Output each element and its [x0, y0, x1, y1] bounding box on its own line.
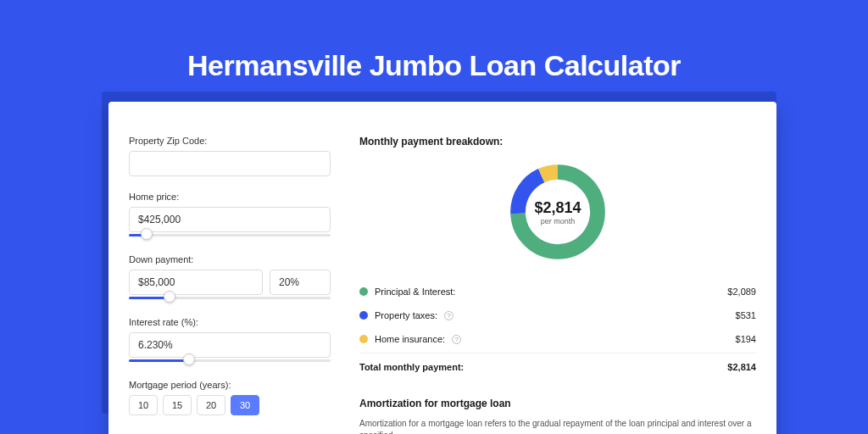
legend-label: Home insurance:: [375, 334, 445, 344]
down-amount-input[interactable]: [129, 270, 263, 295]
price-field: Home price:: [129, 192, 348, 239]
info-icon[interactable]: ?: [452, 335, 461, 344]
rate-field: Interest rate (%):: [129, 317, 348, 364]
donut-sub: per month: [541, 217, 576, 225]
legend: Principal & Interest:$2,089Property taxe…: [359, 280, 756, 351]
legend-total: Total monthly payment: $2,814: [359, 353, 756, 379]
rate-slider[interactable]: [129, 356, 331, 364]
legend-label: Principal & Interest:: [375, 287, 455, 297]
info-icon[interactable]: ?: [444, 311, 453, 320]
down-field: Down payment:: [129, 254, 348, 302]
total-value: $2,814: [727, 362, 756, 372]
legend-dot-icon: [359, 287, 368, 296]
period-option-10[interactable]: 10: [129, 395, 158, 415]
rate-label: Interest rate (%):: [129, 317, 348, 327]
legend-value: $194: [736, 334, 756, 344]
period-option-15[interactable]: 15: [163, 395, 192, 415]
price-slider[interactable]: [129, 231, 331, 239]
zip-field: Property Zip Code:: [129, 136, 348, 176]
breakdown-column: Monthly payment breakdown: $2,814 per mo…: [348, 115, 776, 434]
period-label: Mortgage period (years):: [129, 380, 348, 390]
form-column: Property Zip Code: Home price: Down paym…: [108, 115, 348, 434]
legend-dot-icon: [359, 335, 368, 343]
amortization-heading: Amortization for mortgage loan: [359, 398, 756, 409]
zip-label: Property Zip Code:: [129, 136, 348, 146]
legend-row-blue: Property taxes:?$531: [359, 303, 756, 327]
legend-row-green: Principal & Interest:$2,089: [359, 280, 756, 303]
legend-value: $531: [736, 310, 756, 320]
down-label: Down payment:: [129, 254, 348, 264]
legend-label: Property taxes:: [375, 310, 437, 320]
amortization-text: Amortization for a mortgage loan refers …: [359, 418, 756, 434]
amortization-section: Amortization for mortgage loan Amortizat…: [359, 398, 756, 434]
down-slider[interactable]: [129, 293, 331, 302]
legend-value: $2,089: [727, 287, 756, 297]
donut-amount: $2,814: [534, 199, 581, 217]
period-segmented: 10152030: [129, 395, 348, 415]
down-pct-input[interactable]: [270, 270, 331, 295]
period-option-30[interactable]: 30: [231, 395, 259, 415]
donut-chart: $2,814 per month: [505, 159, 610, 264]
rate-input[interactable]: [129, 332, 331, 358]
zip-input[interactable]: [129, 151, 331, 176]
price-label: Home price:: [129, 192, 348, 202]
price-input[interactable]: [129, 207, 331, 232]
legend-dot-icon: [359, 311, 368, 320]
legend-row-yellow: Home insurance:?$194: [359, 327, 756, 351]
total-label: Total monthly payment:: [359, 362, 464, 372]
page-title: Hermansville Jumbo Loan Calculator: [0, 0, 868, 82]
breakdown-heading: Monthly payment breakdown:: [359, 136, 756, 147]
period-option-20[interactable]: 20: [197, 395, 225, 415]
period-field: Mortgage period (years): 10152030: [129, 380, 348, 415]
donut-wrap: $2,814 per month: [359, 153, 756, 280]
calculator-card: Property Zip Code: Home price: Down paym…: [108, 102, 776, 434]
